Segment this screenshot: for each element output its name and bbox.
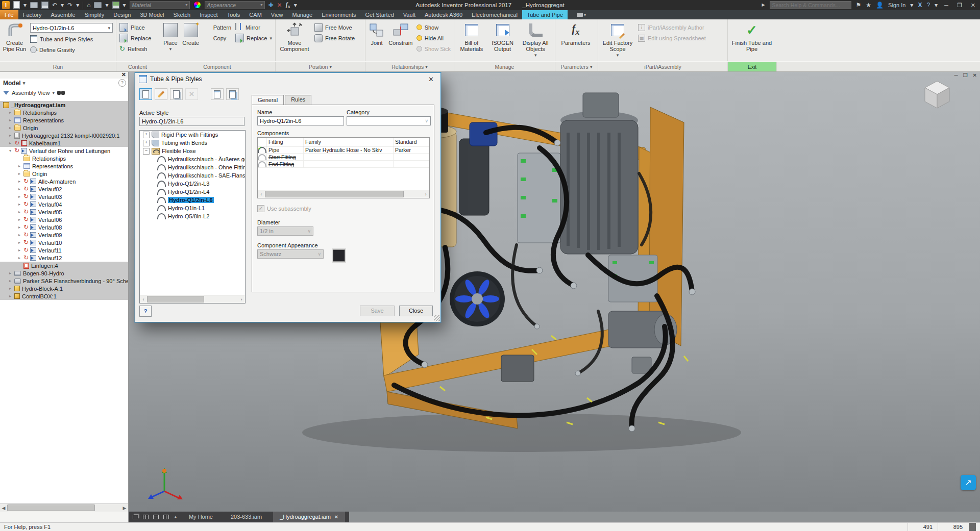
- create-pipe-run-button[interactable]: Create Pipe Run: [1, 20, 28, 61]
- tree-item[interactable]: ▸↻Verlauf12: [0, 254, 128, 262]
- tab-tools[interactable]: Tools: [223, 10, 245, 19]
- communication-center-icon[interactable]: ⚑: [856, 2, 862, 8]
- expander-icon[interactable]: ▸: [9, 141, 14, 145]
- appearance-combobox[interactable]: Appearance ▾: [205, 1, 265, 9]
- scroll-left-icon[interactable]: ◀: [0, 505, 7, 511]
- tab-electromechanical[interactable]: Electromechanical: [467, 10, 522, 19]
- close-button[interactable]: Close: [399, 306, 433, 316]
- redo-dropdown-icon[interactable]: ▾: [76, 2, 79, 8]
- tab-simplify[interactable]: Simplify: [80, 10, 109, 19]
- expander-icon[interactable]: ▸: [18, 210, 23, 214]
- table-row[interactable]: Pipe Parker Hydraulic Hose - No Skiv Par…: [258, 146, 429, 154]
- home-view-icon[interactable]: ⌂: [87, 2, 90, 8]
- model-tree[interactable]: _Hydroaggregat.iam ▸Relationships ▸Repre…: [0, 101, 128, 504]
- tab-inspect[interactable]: Inspect: [195, 10, 222, 19]
- expand-tabs-icon[interactable]: ▲: [174, 515, 178, 519]
- a360-share-button[interactable]: ↗: [961, 475, 976, 490]
- scroll-right-icon[interactable]: ▶: [121, 505, 128, 511]
- tree-item[interactable]: ▸Bogen-90-Hydro: [0, 269, 128, 277]
- styles-tree[interactable]: +Rigid Pipe with Fittings +Tubing with B…: [139, 130, 246, 304]
- search-input[interactable]: [770, 1, 851, 9]
- tab-manage[interactable]: Manage: [287, 10, 317, 19]
- styles-tree-item[interactable]: Hydro-Q1/2in-L3: [140, 180, 245, 188]
- category-combobox[interactable]: ∨: [347, 116, 431, 125]
- render-icon[interactable]: [94, 2, 102, 8]
- expander-icon[interactable]: ▾: [9, 148, 14, 153]
- create-component-button[interactable]: ✦ Create: [181, 20, 201, 61]
- table-row[interactable]: Start Fitting: [258, 154, 429, 161]
- tree-item[interactable]: ▸Origin: [0, 124, 128, 132]
- tree-item-root[interactable]: _Hydroaggregat.iam: [0, 101, 128, 109]
- expander-icon[interactable]: ▸: [18, 225, 23, 230]
- panel-label-parameters[interactable]: Parameters▾: [555, 62, 598, 71]
- dialog-help-button[interactable]: ?: [139, 306, 152, 317]
- tree-item[interactable]: Relationships: [0, 155, 128, 162]
- isogen-output-button[interactable]: ISOGEN Output: [488, 20, 518, 61]
- tree-item[interactable]: ▸↻Verlauf06: [0, 216, 128, 223]
- styles-tree-item[interactable]: Hydraulikschlauch - SAE-Flansch-V: [140, 171, 245, 180]
- adjust-add-icon[interactable]: ✚: [268, 2, 274, 8]
- tree-item[interactable]: ▸↻Kabelbaum1: [0, 139, 128, 147]
- panel-label-manage[interactable]: Manage: [454, 62, 555, 71]
- undo-icon[interactable]: ↶: [52, 2, 57, 8]
- styles-tree-horizontal-scrollbar[interactable]: ‹ ›: [140, 295, 245, 303]
- expander-icon[interactable]: ▸: [9, 110, 14, 115]
- favorites-star-icon[interactable]: ★: [866, 2, 871, 8]
- tree-item[interactable]: ▸↻Verlauf02: [0, 185, 128, 193]
- table-horizontal-scrollbar[interactable]: ‹ ›: [258, 190, 429, 198]
- tab-file[interactable]: File: [0, 10, 18, 19]
- scroll-right-icon[interactable]: ›: [422, 192, 429, 197]
- tab-tube-and-pipe[interactable]: Tube and Pipe: [522, 10, 568, 19]
- tree-item[interactable]: ▸↻Verlauf08: [0, 223, 128, 231]
- tab-view[interactable]: View: [266, 10, 288, 19]
- expander-icon[interactable]: ▸: [18, 171, 23, 176]
- search-binoculars-icon[interactable]: [57, 91, 61, 95]
- tab-vault[interactable]: Vault: [399, 10, 420, 19]
- edit-factory-scope-button[interactable]: Edit Factory Scope ▾: [599, 20, 636, 61]
- tree-item[interactable]: ▸Hydro-Block-A:1: [0, 285, 128, 292]
- tree-item[interactable]: Einfügen:4: [0, 262, 128, 269]
- filter-icon[interactable]: [3, 91, 9, 95]
- expander-icon[interactable]: +: [143, 132, 150, 138]
- expander-icon[interactable]: ▸: [18, 187, 23, 191]
- component-opacity-icon[interactable]: [112, 2, 119, 9]
- scroll-left-icon[interactable]: ‹: [258, 192, 265, 197]
- display-all-objects-button[interactable]: Display All Objects ▾: [517, 20, 554, 61]
- define-gravity-button[interactable]: Define Gravity: [30, 45, 113, 54]
- scrollbar-thumb[interactable]: [265, 191, 404, 197]
- constrain-button[interactable]: Constrain: [387, 20, 414, 61]
- doc-tab-my-home[interactable]: My Home: [182, 512, 219, 522]
- tab-sketch[interactable]: Sketch: [169, 10, 195, 19]
- styles-tree-item[interactable]: Hydro-Q1in-L1: [140, 204, 245, 212]
- panel-label-component[interactable]: Component: [159, 62, 276, 71]
- view-mode-selector[interactable]: Assembly View: [12, 90, 50, 96]
- scrollbar-thumb[interactable]: [7, 504, 95, 511]
- show-button[interactable]: Show: [416, 23, 451, 32]
- tree-item[interactable]: ▸↻Verlauf03: [0, 193, 128, 200]
- scroll-right-icon[interactable]: ›: [238, 297, 245, 302]
- export-styles-button[interactable]: [226, 88, 239, 100]
- tree-item[interactable]: ▾↻Verlauf der Rohre und Leitungen: [0, 147, 128, 155]
- tree-item[interactable]: ▸↻Verlauf10: [0, 239, 128, 246]
- cascade-windows-icon[interactable]: [133, 515, 138, 519]
- save-icon[interactable]: [41, 2, 48, 9]
- styles-tree-item[interactable]: Hydro-Q5/8in-L2: [140, 212, 245, 220]
- tab-factory[interactable]: Factory: [18, 10, 46, 19]
- collapse-search-icon[interactable]: ▶: [762, 3, 765, 7]
- material-combobox[interactable]: Material ▾: [130, 1, 190, 9]
- refresh-button[interactable]: ↻ Refresh: [119, 44, 151, 53]
- close-button[interactable]: ✕: [969, 2, 977, 9]
- tab-get-started[interactable]: Get Started: [361, 10, 399, 19]
- tree-item[interactable]: ▸Hydroaggregat 2132 kompl-I0002920:1: [0, 132, 128, 139]
- components-table[interactable]: Fitting Family Standard Pipe Parker Hydr…: [257, 137, 430, 198]
- panel-label-exit[interactable]: Exit: [728, 62, 777, 71]
- panel-label-content[interactable]: Content: [116, 62, 159, 71]
- redo-icon[interactable]: ↷: [67, 2, 72, 8]
- vertical-split-icon[interactable]: [163, 515, 169, 519]
- render-dropdown-icon[interactable]: ▾: [105, 2, 108, 8]
- mirror-button[interactable]: Mirror: [235, 23, 272, 32]
- sign-in-dropdown-icon[interactable]: ▾: [910, 2, 913, 8]
- doc-tab-hydroaggregat[interactable]: _Hydroaggregat.iam✕: [273, 512, 345, 522]
- expander-icon[interactable]: ▸: [18, 217, 23, 222]
- tab-autodesk-a360[interactable]: Autodesk A360: [420, 10, 467, 19]
